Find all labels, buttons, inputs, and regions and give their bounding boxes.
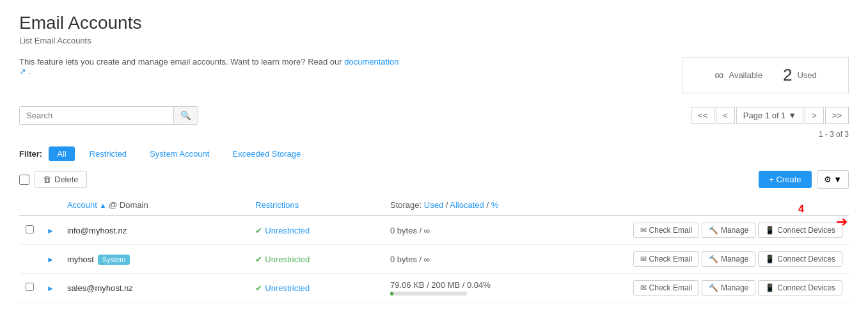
filter-exceeded-storage[interactable]: Exceeded Storage [224,146,309,161]
account-cell: myhostSystem [61,245,249,274]
delete-button[interactable]: 🗑 Delete [35,171,87,188]
search-box: 🔍 [19,106,198,125]
account-name: myhost [67,255,94,264]
filter-all[interactable]: All [49,146,74,161]
restriction-cell: ✔Unrestricted [249,216,384,245]
row-checkbox-cell [19,274,40,303]
settings-button[interactable]: ⚙ ▼ [817,170,849,189]
th-expand [40,195,61,216]
action-cell: ✉ Check Email 🔨 Manage 📱 Connect Devices [627,274,849,303]
page-selector[interactable]: Page 1 of 1 ▼ [736,107,803,124]
device-icon: 📱 [765,226,775,235]
storage-cell: 79.06 KB / 200 MB / 0.04% [384,274,627,303]
envelope-icon: ✉ [640,226,647,235]
th-actions [627,195,849,216]
check-icon: ✔ [255,226,262,235]
page-title: Email Accounts [19,13,849,33]
check-email-button[interactable]: ✉ Check Email [633,251,699,267]
connect-devices-wrapper: 📱 Connect Devices [758,251,842,267]
usage-box: ∞ Available 2 Used [683,57,849,93]
expand-button[interactable]: ► [47,226,54,235]
trash-icon: 🗑 [43,175,51,184]
connect-devices-wrapper: 4➔ 📱 Connect Devices [758,223,842,238]
info-text: This feature lets you create and manage … [19,57,403,76]
th-account[interactable]: Account ▲ @ Domain [61,195,249,216]
wrench-icon: 🔨 [709,226,718,235]
pagination: << < Page 1 of 1 ▼ > >> [691,107,849,124]
select-all-checkbox[interactable] [19,175,29,185]
restriction-text: Unrestricted [265,255,310,264]
restriction-link[interactable]: Unrestricted [265,226,310,235]
table-row: ► sales@myhost.nz ✔Unrestricted 79.06 KB… [19,274,849,303]
action-buttons: ✉ Check Email 🔨 Manage 📱 Connect Devices [633,251,842,267]
expand-button[interactable]: ► [47,255,54,264]
connect-devices-wrapper: 📱 Connect Devices [758,280,842,295]
expand-cell: ► [40,216,61,245]
check-icon: ✔ [255,255,262,264]
action-cell: ✉ Check Email 🔨 Manage 📱 Connect Devices [627,245,849,274]
accounts-table: Account ▲ @ Domain Restrictions Storage:… [19,195,849,303]
action-bar: 🗑 Delete + Create ⚙ ▼ [19,170,849,189]
row-checkbox[interactable] [26,283,34,291]
manage-button[interactable]: 🔨 Manage [702,280,755,295]
row-checkbox-cell [19,245,40,274]
storage-text: 0 bytes / ∞ [390,255,430,264]
check-email-button[interactable]: ✉ Check Email [633,223,699,238]
number-4-annotation: 4 [798,203,804,215]
action-buttons: ✉ Check Email 🔨 Manage 4➔ 📱 Connect Devi… [633,223,842,238]
filter-bar: Filter: All Restricted System Account Ex… [19,146,849,161]
wrench-icon: 🔨 [709,283,718,292]
restriction-link[interactable]: Unrestricted [265,283,310,293]
action-buttons: ✉ Check Email 🔨 Manage 📱 Connect Devices [633,280,842,295]
manage-button[interactable]: 🔨 Manage [702,223,755,238]
connect-devices-button[interactable]: 📱 Connect Devices [758,280,842,295]
storage-cell: 0 bytes / ∞ [384,245,627,274]
th-storage: Storage: Used / Allocated / % [384,195,627,216]
device-icon: 📱 [765,283,775,292]
next-page-button[interactable]: > [805,107,824,124]
account-name: sales@myhost.nz [67,283,133,293]
table-row: ► info@myhost.nz ✔Unrestricted 0 bytes /… [19,216,849,245]
check-email-button[interactable]: ✉ Check Email [633,280,699,295]
progress-bar [390,292,467,295]
account-cell: sales@myhost.nz [61,274,249,303]
th-restrictions: Restrictions [249,195,384,216]
connect-devices-button[interactable]: 📱 Connect Devices [758,223,842,238]
wrench-icon: 🔨 [709,255,718,264]
prev-page-button[interactable]: < [716,107,735,124]
arrow-annotation: ➔ [836,214,848,230]
expand-cell: ► [40,274,61,303]
record-count: 1 - 3 of 3 [819,130,849,139]
connect-devices-button[interactable]: 📱 Connect Devices [758,251,842,267]
infinity-icon: ∞ [714,68,723,83]
storage-text: 79.06 KB / 200 MB / 0.04% [390,280,491,290]
system-badge: System [98,255,130,265]
first-page-button[interactable]: << [691,107,714,124]
last-page-button[interactable]: >> [825,107,849,124]
restriction-cell: ✔Unrestricted [249,274,384,303]
expand-cell: ► [40,245,61,274]
envelope-icon: ✉ [640,283,647,292]
envelope-icon: ✉ [640,255,647,264]
restriction-cell: ✔Unrestricted [249,245,384,274]
filter-restricted[interactable]: Restricted [81,146,136,161]
row-checkbox[interactable] [26,225,34,233]
account-name: info@myhost.nz [67,226,127,235]
storage-cell: 0 bytes / ∞ [384,216,627,245]
expand-button[interactable]: ► [47,284,54,293]
page-subtitle: List Email Accounts [19,36,849,45]
filter-system-account[interactable]: System Account [141,146,217,161]
th-checkbox [19,195,40,216]
device-icon: 📱 [765,255,775,264]
create-button[interactable]: + Create [759,171,811,188]
storage-text: 0 bytes / ∞ [390,226,430,235]
check-icon: ✔ [255,283,262,293]
table-row: ► myhostSystem ✔Unrestricted 0 bytes / ∞… [19,245,849,274]
search-input[interactable] [20,107,173,124]
row-checkbox-cell [19,216,40,245]
manage-button[interactable]: 🔨 Manage [702,251,755,267]
action-cell: ✉ Check Email 🔨 Manage 4➔ 📱 Connect Devi… [627,216,849,245]
account-cell: info@myhost.nz [61,216,249,245]
search-button[interactable]: 🔍 [173,107,198,124]
